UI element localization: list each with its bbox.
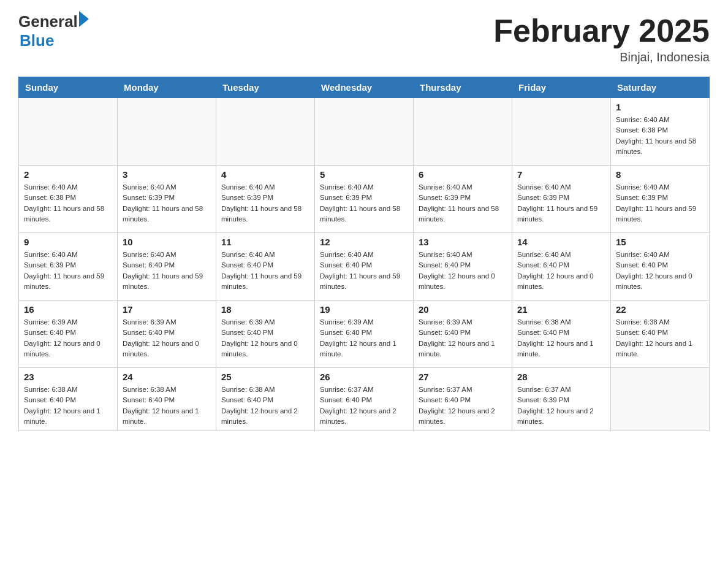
calendar-cell bbox=[118, 98, 216, 166]
day-info: Sunrise: 6:40 AM Sunset: 6:40 PM Dayligh… bbox=[419, 250, 507, 292]
day-number: 18 bbox=[221, 304, 309, 315]
day-info: Sunrise: 6:40 AM Sunset: 6:39 PM Dayligh… bbox=[616, 182, 704, 224]
day-number: 5 bbox=[320, 169, 408, 180]
day-info: Sunrise: 6:40 AM Sunset: 6:39 PM Dayligh… bbox=[221, 182, 309, 224]
logo-blue-text: Blue bbox=[20, 31, 54, 50]
calendar-cell: 9Sunrise: 6:40 AM Sunset: 6:39 PM Daylig… bbox=[19, 233, 118, 301]
calendar-cell bbox=[19, 98, 118, 166]
calendar-week-row: 9Sunrise: 6:40 AM Sunset: 6:39 PM Daylig… bbox=[19, 233, 710, 301]
day-info: Sunrise: 6:40 AM Sunset: 6:39 PM Dayligh… bbox=[419, 182, 507, 224]
day-number: 3 bbox=[123, 169, 211, 180]
calendar-cell: 5Sunrise: 6:40 AM Sunset: 6:39 PM Daylig… bbox=[315, 166, 414, 233]
day-number: 13 bbox=[419, 237, 507, 247]
calendar-cell: 7Sunrise: 6:40 AM Sunset: 6:39 PM Daylig… bbox=[512, 166, 611, 233]
calendar-cell: 1Sunrise: 6:40 AM Sunset: 6:38 PM Daylig… bbox=[611, 98, 710, 166]
day-number: 25 bbox=[221, 372, 309, 382]
day-info: Sunrise: 6:40 AM Sunset: 6:38 PM Dayligh… bbox=[616, 115, 704, 157]
day-number: 24 bbox=[123, 372, 211, 382]
page-header: General Blue February 2025 Binjai, Indon… bbox=[18, 12, 710, 64]
calendar-cell: 8Sunrise: 6:40 AM Sunset: 6:39 PM Daylig… bbox=[611, 166, 710, 233]
calendar-title: February 2025 bbox=[493, 12, 710, 49]
day-number: 2 bbox=[24, 169, 112, 180]
calendar-week-row: 23Sunrise: 6:38 AM Sunset: 6:40 PM Dayli… bbox=[19, 368, 710, 431]
calendar-cell bbox=[216, 98, 315, 166]
day-info: Sunrise: 6:38 AM Sunset: 6:40 PM Dayligh… bbox=[123, 385, 211, 427]
day-header-thursday: Thursday bbox=[414, 77, 512, 98]
calendar-cell bbox=[611, 368, 710, 431]
day-number: 11 bbox=[221, 237, 309, 247]
calendar-header-row: SundayMondayTuesdayWednesdayThursdayFrid… bbox=[19, 77, 710, 98]
calendar-cell: 4Sunrise: 6:40 AM Sunset: 6:39 PM Daylig… bbox=[216, 166, 315, 233]
day-info: Sunrise: 6:38 AM Sunset: 6:40 PM Dayligh… bbox=[517, 317, 605, 359]
day-info: Sunrise: 6:40 AM Sunset: 6:39 PM Dayligh… bbox=[123, 182, 211, 224]
day-number: 21 bbox=[517, 304, 605, 315]
day-number: 4 bbox=[221, 169, 309, 180]
day-number: 1 bbox=[616, 102, 704, 112]
calendar-cell: 3Sunrise: 6:40 AM Sunset: 6:39 PM Daylig… bbox=[118, 166, 216, 233]
day-info: Sunrise: 6:38 AM Sunset: 6:40 PM Dayligh… bbox=[24, 385, 112, 427]
day-header-sunday: Sunday bbox=[19, 77, 118, 98]
calendar-cell: 22Sunrise: 6:38 AM Sunset: 6:40 PM Dayli… bbox=[611, 301, 710, 368]
day-number: 7 bbox=[517, 169, 605, 180]
day-info: Sunrise: 6:40 AM Sunset: 6:39 PM Dayligh… bbox=[320, 182, 408, 224]
calendar-cell: 23Sunrise: 6:38 AM Sunset: 6:40 PM Dayli… bbox=[19, 368, 118, 431]
calendar-cell: 26Sunrise: 6:37 AM Sunset: 6:40 PM Dayli… bbox=[315, 368, 414, 431]
calendar-cell: 13Sunrise: 6:40 AM Sunset: 6:40 PM Dayli… bbox=[414, 233, 512, 301]
calendar-cell bbox=[315, 98, 414, 166]
day-number: 23 bbox=[24, 372, 112, 382]
day-number: 22 bbox=[616, 304, 704, 315]
day-info: Sunrise: 6:37 AM Sunset: 6:39 PM Dayligh… bbox=[517, 385, 605, 427]
day-number: 27 bbox=[419, 372, 507, 382]
day-info: Sunrise: 6:37 AM Sunset: 6:40 PM Dayligh… bbox=[419, 385, 507, 427]
logo-general-text: General bbox=[18, 12, 78, 31]
day-info: Sunrise: 6:40 AM Sunset: 6:39 PM Dayligh… bbox=[517, 182, 605, 224]
calendar-cell: 12Sunrise: 6:40 AM Sunset: 6:40 PM Dayli… bbox=[315, 233, 414, 301]
calendar-cell: 21Sunrise: 6:38 AM Sunset: 6:40 PM Dayli… bbox=[512, 301, 611, 368]
day-info: Sunrise: 6:40 AM Sunset: 6:38 PM Dayligh… bbox=[24, 182, 112, 224]
calendar-cell: 20Sunrise: 6:39 AM Sunset: 6:40 PM Dayli… bbox=[414, 301, 512, 368]
calendar-cell: 6Sunrise: 6:40 AM Sunset: 6:39 PM Daylig… bbox=[414, 166, 512, 233]
day-header-saturday: Saturday bbox=[611, 77, 710, 98]
calendar-cell: 27Sunrise: 6:37 AM Sunset: 6:40 PM Dayli… bbox=[414, 368, 512, 431]
day-header-friday: Friday bbox=[512, 77, 611, 98]
day-info: Sunrise: 6:39 AM Sunset: 6:40 PM Dayligh… bbox=[320, 317, 408, 359]
day-number: 19 bbox=[320, 304, 408, 315]
day-number: 20 bbox=[419, 304, 507, 315]
day-info: Sunrise: 6:40 AM Sunset: 6:40 PM Dayligh… bbox=[221, 250, 309, 292]
day-info: Sunrise: 6:39 AM Sunset: 6:40 PM Dayligh… bbox=[24, 317, 112, 359]
calendar-cell bbox=[512, 98, 611, 166]
calendar-cell: 11Sunrise: 6:40 AM Sunset: 6:40 PM Dayli… bbox=[216, 233, 315, 301]
day-header-wednesday: Wednesday bbox=[315, 77, 414, 98]
title-block: February 2025 Binjai, Indonesia bbox=[493, 12, 710, 64]
calendar-cell: 16Sunrise: 6:39 AM Sunset: 6:40 PM Dayli… bbox=[19, 301, 118, 368]
calendar-cell: 19Sunrise: 6:39 AM Sunset: 6:40 PM Dayli… bbox=[315, 301, 414, 368]
day-number: 15 bbox=[616, 237, 704, 247]
day-number: 17 bbox=[123, 304, 211, 315]
day-header-tuesday: Tuesday bbox=[216, 77, 315, 98]
logo-arrow-icon bbox=[79, 11, 89, 27]
calendar-cell: 17Sunrise: 6:39 AM Sunset: 6:40 PM Dayli… bbox=[118, 301, 216, 368]
day-number: 8 bbox=[616, 169, 704, 180]
calendar-cell: 14Sunrise: 6:40 AM Sunset: 6:40 PM Dayli… bbox=[512, 233, 611, 301]
day-info: Sunrise: 6:40 AM Sunset: 6:40 PM Dayligh… bbox=[123, 250, 211, 292]
day-number: 6 bbox=[419, 169, 507, 180]
day-number: 9 bbox=[24, 237, 112, 247]
day-info: Sunrise: 6:39 AM Sunset: 6:40 PM Dayligh… bbox=[123, 317, 211, 359]
day-header-monday: Monday bbox=[118, 77, 216, 98]
calendar-week-row: 1Sunrise: 6:40 AM Sunset: 6:38 PM Daylig… bbox=[19, 98, 710, 166]
calendar-cell: 25Sunrise: 6:38 AM Sunset: 6:40 PM Dayli… bbox=[216, 368, 315, 431]
calendar-cell: 24Sunrise: 6:38 AM Sunset: 6:40 PM Dayli… bbox=[118, 368, 216, 431]
calendar-location: Binjai, Indonesia bbox=[493, 50, 710, 64]
day-number: 26 bbox=[320, 372, 408, 382]
day-number: 16 bbox=[24, 304, 112, 315]
calendar-week-row: 16Sunrise: 6:39 AM Sunset: 6:40 PM Dayli… bbox=[19, 301, 710, 368]
day-info: Sunrise: 6:38 AM Sunset: 6:40 PM Dayligh… bbox=[221, 385, 309, 427]
day-info: Sunrise: 6:40 AM Sunset: 6:39 PM Dayligh… bbox=[24, 250, 112, 292]
calendar-week-row: 2Sunrise: 6:40 AM Sunset: 6:38 PM Daylig… bbox=[19, 166, 710, 233]
calendar-table: SundayMondayTuesdayWednesdayThursdayFrid… bbox=[18, 77, 710, 431]
day-info: Sunrise: 6:37 AM Sunset: 6:40 PM Dayligh… bbox=[320, 385, 408, 427]
day-number: 14 bbox=[517, 237, 605, 247]
day-info: Sunrise: 6:38 AM Sunset: 6:40 PM Dayligh… bbox=[616, 317, 704, 359]
logo: General Blue bbox=[18, 12, 89, 50]
day-info: Sunrise: 6:39 AM Sunset: 6:40 PM Dayligh… bbox=[419, 317, 507, 359]
